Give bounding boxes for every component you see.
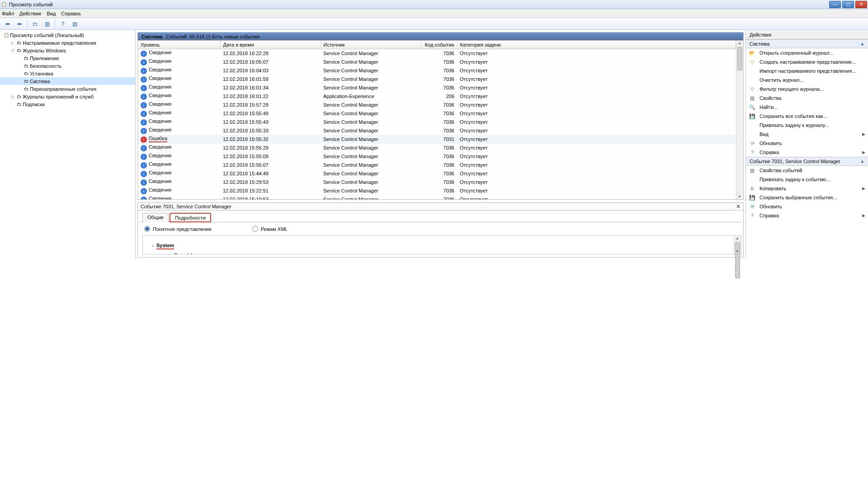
action-item[interactable]: ?Справка▶ xyxy=(746,148,868,157)
action-item[interactable]: ▥Свойства xyxy=(746,94,868,103)
col-category[interactable]: Категория задачи xyxy=(457,41,736,49)
details-close-button[interactable]: ✕ xyxy=(736,204,741,209)
action-item[interactable]: 💾Сохранить выбранные события... xyxy=(746,193,868,202)
folder-icon: 🗀 xyxy=(15,40,23,46)
menu-view[interactable]: Вид xyxy=(47,11,56,16)
table-row[interactable]: iСведения12.02.2018 15:55:49Service Cont… xyxy=(138,109,736,117)
toolbar-btn-3[interactable]: ▤ xyxy=(70,19,80,28)
table-row[interactable]: iСведения12.02.2018 15:55:33Service Cont… xyxy=(138,126,736,135)
details-view[interactable]: -System +Provider +EventID7031 Version0 … xyxy=(142,235,734,254)
table-row[interactable]: iСведения12.02.2018 16:01:22Application-… xyxy=(138,92,736,100)
action-icon: 💾 xyxy=(749,195,756,201)
table-row[interactable]: iСведения12.02.2018 15:29:53Service Cont… xyxy=(138,178,736,186)
table-row[interactable]: !Ошибка12.02.2018 15:55:32Service Contro… xyxy=(138,135,736,143)
tree-panel[interactable]: 📋 Просмотр событий (Локальный) ▷🗀Настраи… xyxy=(0,30,136,259)
table-row[interactable]: iСведения12.02.2018 15:57:29Service Cont… xyxy=(138,100,736,109)
titlebar: 📋 Просмотр событий — ▢ ✕ xyxy=(0,0,868,9)
radio-friendly[interactable]: Понятное представление xyxy=(144,226,212,232)
toolbar-btn-1[interactable]: 🗀 xyxy=(30,19,40,28)
action-item[interactable]: Импорт настраиваемого представления... xyxy=(746,66,868,75)
col-code[interactable]: Код события xyxy=(421,41,457,49)
action-item[interactable]: ?Справка▶ xyxy=(746,211,868,220)
action-item[interactable]: 🔍Найти... xyxy=(746,103,868,112)
toolbar-btn-2[interactable]: ▥ xyxy=(42,19,52,28)
action-icon: ⟳ xyxy=(749,204,756,210)
tab-general[interactable]: Общие xyxy=(142,213,169,222)
action-icon: ⟳ xyxy=(749,141,756,146)
grid-title: Система xyxy=(142,34,162,39)
toolbar: ⬅ ➡ 🗀 ▥ ? ▤ xyxy=(0,18,868,30)
tree-item[interactable]: 🗀Установка xyxy=(0,70,135,77)
info-icon: i xyxy=(141,51,147,57)
table-row[interactable]: iСведения12.02.2018 16:05:07Service Cont… xyxy=(138,57,736,66)
tree-root[interactable]: 📋 Просмотр событий (Локальный) xyxy=(0,31,135,39)
grid-scrollbar[interactable] xyxy=(736,41,743,199)
tree-item[interactable]: 🗀Перенаправленные события xyxy=(0,85,135,93)
col-source[interactable]: Источник xyxy=(321,41,421,49)
radio-xml[interactable]: Режим XML xyxy=(252,226,288,232)
table-row[interactable]: iСведения12.02.2018 16:04:03Service Cont… xyxy=(138,66,736,75)
action-item[interactable]: ▽Фильтр текущего журнала... xyxy=(746,84,868,94)
tab-details[interactable]: Подробности xyxy=(170,213,211,222)
actions-header-system[interactable]: Система▲ xyxy=(746,39,868,48)
grid-header: Система Событий: 55 616 (!) Есть новые с… xyxy=(137,32,744,41)
minimize-button[interactable]: — xyxy=(829,1,841,8)
info-icon: i xyxy=(141,128,147,134)
tree-item[interactable]: 🗀Безопасность xyxy=(0,62,135,70)
maximize-button[interactable]: ▢ xyxy=(842,1,854,8)
action-item[interactable]: Очистить журнал... xyxy=(746,75,868,84)
toolbar-help-icon[interactable]: ? xyxy=(58,19,68,28)
action-item[interactable]: ▽Создать настраиваемое представление... xyxy=(746,57,868,66)
action-icon: 🔍 xyxy=(749,104,756,110)
center-panel: Система Событий: 55 616 (!) Есть новые с… xyxy=(136,30,746,259)
nav-forward-button[interactable]: ➡ xyxy=(14,19,24,28)
info-icon: i xyxy=(141,102,147,108)
menu-action[interactable]: Действие xyxy=(19,11,41,16)
action-icon: ▽ xyxy=(749,59,756,65)
action-item[interactable]: 💾Сохранить все события как... xyxy=(746,112,868,121)
table-row[interactable]: iСведения12.02.2018 16:01:34Service Cont… xyxy=(138,83,736,92)
table-row[interactable]: iСведения12.02.2018 16:01:59Service Cont… xyxy=(138,75,736,83)
action-item[interactable]: ⟳Обновить xyxy=(746,202,868,211)
event-grid[interactable]: Уровень Дата и время Источник Код событи… xyxy=(138,41,736,199)
actions-header-event[interactable]: Событие 7031, Service Control Manager▲ xyxy=(746,157,868,166)
tree-item[interactable]: ▽🗀Журналы Windows xyxy=(0,47,135,54)
grid-status: Событий: 55 616 (!) Есть новые события xyxy=(166,34,259,39)
table-row[interactable]: iСведения12.02.2018 15:22:51Service Cont… xyxy=(138,186,736,195)
table-row[interactable]: iСведения12.02.2018 16:22:29Service Cont… xyxy=(138,49,736,57)
col-level[interactable]: Уровень xyxy=(138,41,220,49)
action-item[interactable]: Вид▶ xyxy=(746,130,868,139)
table-row[interactable]: iСведения12.02.2018 15:55:43Service Cont… xyxy=(138,117,736,126)
action-icon: 💾 xyxy=(749,113,756,119)
actions-title: Действия xyxy=(746,30,868,39)
action-item[interactable]: Привязать задачу к событию... xyxy=(746,175,868,184)
action-item[interactable]: ⟳Обновить xyxy=(746,139,868,148)
table-row[interactable]: iСведения12.02.2018 15:55:07Service Cont… xyxy=(138,160,736,169)
tree-item[interactable]: 🗀Подписки xyxy=(0,100,135,108)
close-button[interactable]: ✕ xyxy=(855,1,867,8)
info-icon: i xyxy=(141,111,147,117)
table-row[interactable]: iСведения12.02.2018 15:19:53Service Cont… xyxy=(138,195,736,199)
tree-item[interactable]: 🗀Система xyxy=(0,77,135,85)
tree-item[interactable]: ▷🗀Журналы приложений и служб xyxy=(0,93,135,100)
action-icon: ? xyxy=(749,213,756,218)
tree-item[interactable]: ▷🗀Настраиваемые представления xyxy=(0,39,135,47)
nav-back-button[interactable]: ⬅ xyxy=(3,19,13,28)
action-item[interactable]: Привязать задачу к журналу... xyxy=(746,121,868,130)
table-row[interactable]: iСведения12.02.2018 15:55:09Service Cont… xyxy=(138,152,736,160)
table-row[interactable]: iСведения12.02.2018 15:44:49Service Cont… xyxy=(138,169,736,178)
col-datetime[interactable]: Дата и время xyxy=(220,41,321,49)
info-icon: i xyxy=(141,85,147,91)
folder-icon: 🗀 xyxy=(23,78,30,84)
action-item[interactable]: ▥Свойства событий xyxy=(746,166,868,175)
table-row[interactable]: iСведения12.02.2018 15:55:29Service Cont… xyxy=(138,143,736,152)
details-scrollbar[interactable] xyxy=(734,235,741,254)
menu-help[interactable]: Справка xyxy=(61,11,80,16)
info-icon: i xyxy=(141,68,147,74)
info-icon: i xyxy=(141,171,147,177)
action-item[interactable]: ⎘Копировать▶ xyxy=(746,184,868,193)
menu-file[interactable]: Файл xyxy=(2,11,14,16)
folder-icon: 🗀 xyxy=(23,63,30,69)
action-item[interactable]: 📂Открыть сохраненный журнал... xyxy=(746,48,868,57)
tree-item[interactable]: 🗀Приложение xyxy=(0,54,135,62)
